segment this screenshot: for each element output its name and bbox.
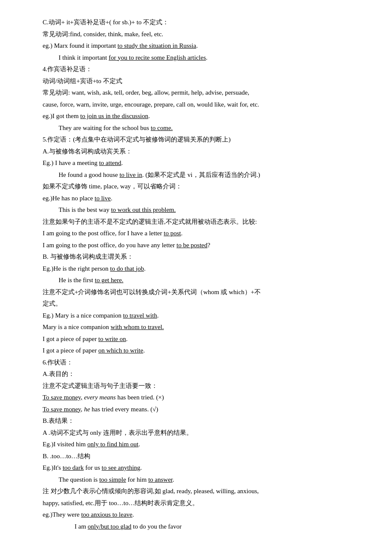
line-eg-waiting: They are waiting for the school bus to c… — [43, 123, 358, 134]
underline-span: too dark — [63, 464, 84, 471]
underline-span: too anxious to leave — [81, 511, 132, 518]
line-prep-note2: 定式。 — [43, 298, 358, 309]
line-eg-letter-post: I am going to the post office, for I hav… — [43, 228, 358, 239]
line-eg-place: eg.)He has no place to live. — [43, 193, 358, 204]
line-6a-header: A.表目的： — [43, 369, 358, 380]
line-6b-header: B.表结果： — [43, 416, 358, 427]
line-eg-think: I think it important for you to recite s… — [43, 52, 358, 64]
line-common-verbs-4b: cause, force, warn, invite, urge, encour… — [43, 99, 358, 110]
underline-span: to travel with — [123, 312, 157, 319]
line-common-verbs-c: 常见动词:find, consider, think, make, feel, … — [43, 29, 358, 40]
line-eg-letter-posted: I am going to the post office, do you ha… — [43, 240, 358, 251]
line-logical-subject-note: 注意不定式逻辑主语与句子主语要一致： — [43, 381, 358, 392]
line-eg-got-them: eg.)I got them to join us in the discuss… — [43, 111, 358, 122]
line-eg-meeting: Eg.) I have a meeting to attend. — [43, 158, 358, 169]
line-too-to-header: B. .too…to…结构 — [43, 451, 358, 462]
line-eg-glad: I am only/but too glad to do you the fav… — [43, 521, 358, 532]
line-passive-note: 注意如果句子的主语不是不定式的逻辑主语,不定式就用被动语态表示。比较: — [43, 217, 358, 228]
line-section6: 6.作状语： — [43, 357, 358, 368]
line-to-save-wrong: To save money, every means has been trie… — [43, 392, 358, 403]
underline-span: for you to recite some English articles — [109, 54, 206, 61]
line-c-header: C.动词+ it+宾语补足语+( for sb.)+ to 不定式： — [43, 17, 358, 28]
underline-span: to work out this problem. — [111, 206, 176, 213]
underline-span: to get here. — [95, 277, 123, 283]
line-prep-note: 注意不定式+介词修饰名词也可以转换成介词+关系代词（whom 或 which）+… — [43, 287, 358, 298]
line-eg-mary1: Eg.) Mary is a nice companion to travel … — [43, 310, 358, 321]
line-adj-note: 注 对少数几个表示心情或倾向的形容词,如 glad, ready, please… — [43, 486, 358, 497]
underline-span: To save money, — [43, 394, 82, 401]
line-eg-house: He found a good house to live in. (如果不定式… — [43, 170, 358, 181]
underline-span: on which to write — [98, 347, 143, 354]
underline-span2: to answer — [148, 476, 173, 483]
line-verb-pattern: 动词/动词组+宾语+to 不定式 — [43, 76, 358, 87]
line-eg-mary2: Mary is a nice companion with whom to tr… — [43, 322, 358, 333]
line-5a-header: A.与被修饰名词构成动宾关系： — [43, 146, 358, 157]
line-adj-note2: happy, satisfied, etc.用于 too…to…结构时表示肯定意… — [43, 498, 358, 509]
underline-span: to join us in the discussion — [80, 113, 148, 119]
underline-span: with whom to travel. — [111, 324, 164, 330]
line-5b-header: B. 与被修饰名词构成主谓关系： — [43, 251, 358, 263]
line-eg-anxious: eg.)They were too anxious to leave. — [43, 509, 358, 520]
underline-span: only/but too glad — [88, 523, 132, 530]
line-eg-too-simple: The question is too simple for him to an… — [43, 474, 358, 486]
underline-span: to live in — [119, 171, 142, 178]
line-eg-best-way: This is the best way to work out this pr… — [43, 205, 358, 216]
underline-span: to live — [95, 195, 111, 202]
line-eg-too-dark: Eg.)It's too dark for us to see anything… — [43, 462, 358, 474]
line-eg-marx: eg.) Marx found it important to study th… — [43, 40, 358, 52]
underline-span: only to find him out — [87, 441, 138, 448]
line-omit-prep: 如果不定式修饰 time, place, way，可以省略介词： — [43, 181, 358, 192]
underline-span: to attend — [99, 159, 121, 166]
underline-span: to come. — [151, 124, 173, 131]
underline-span: to do that job — [110, 265, 144, 272]
underline-span: To save money, — [43, 406, 82, 413]
line-common-verbs-4: 常见动词: want, wish, ask, tell, order, beg,… — [43, 87, 358, 98]
line-section4: 4.作宾语补足语： — [43, 64, 358, 75]
line-only-note: A .动词不定式与 only 连用时，表示出乎意料的结果。 — [43, 428, 358, 439]
underline-span: to study the situation in Russia — [118, 42, 196, 49]
line-eg-person: Eg.)He is the right person to do that jo… — [43, 263, 358, 275]
line-eg-paper1: I got a piece of paper to write on. — [43, 334, 358, 345]
line-eg-first: He is the first to get here. — [43, 275, 358, 286]
line-eg-visited: Eg.)I visited him only to find him out. — [43, 439, 358, 450]
underline-span: to post — [164, 230, 181, 237]
italic-span: he — [84, 406, 90, 413]
underline-span2: to see anything — [102, 464, 141, 471]
underline-span: too simple — [99, 476, 126, 483]
line-to-save-right: To save money, he has tried every means.… — [43, 404, 358, 415]
line-section5: 5.作定语：(考点集中在动词不定式与被修饰词的逻辑关系的判断上) — [43, 134, 358, 145]
line-eg-paper2: I got a piece of paper on which to write… — [43, 345, 358, 356]
main-content: C.动词+ it+宾语补足语+( for sb.)+ to 不定式： 常见动词:… — [43, 17, 358, 532]
italic-span: every means — [84, 394, 116, 401]
underline-span: to be posted — [176, 242, 208, 249]
underline-span: to write on — [98, 335, 126, 342]
